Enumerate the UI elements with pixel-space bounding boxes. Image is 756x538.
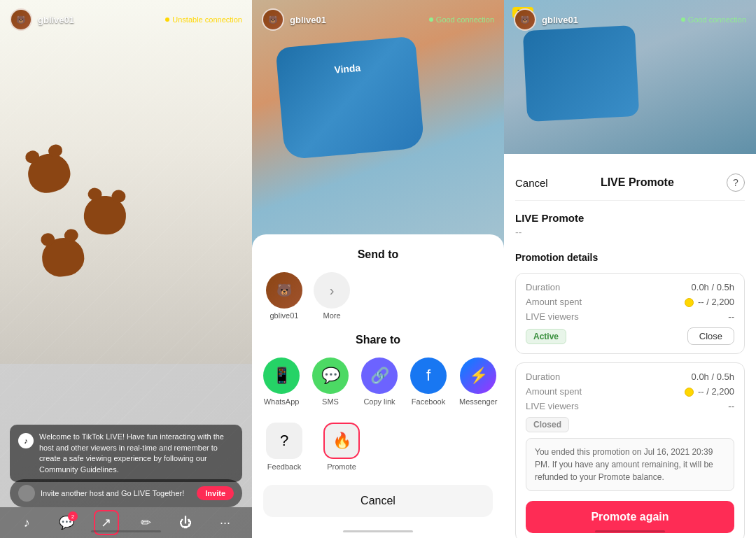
send-contact[interactable]: 🐻 gblive01 <box>266 272 302 320</box>
tiktok-message: ♪ Welcome to TikTok LIVE! Have fun inter… <box>10 425 242 482</box>
amount-label-2: Amount spent <box>526 386 582 397</box>
promote-header: Cancel LIVE Promote ? <box>515 165 745 201</box>
viewers-row: LIVE viewers -- <box>526 311 734 322</box>
connection-dot <box>681 17 685 22</box>
close-button[interactable]: Close <box>687 327 734 345</box>
share-app-messenger[interactable]: ⚡ Messenger <box>459 358 497 406</box>
promote-item[interactable]: 🔥 Promote <box>323 423 360 471</box>
details-title: Promotion details <box>515 252 745 263</box>
whatsapp-icon[interactable]: 📱 <box>263 358 300 394</box>
invite-text: Invite another host and Go LIVE Together… <box>41 489 197 497</box>
promote-content: Cancel LIVE Promote ? LIVE Promote -- Pr… <box>504 154 756 538</box>
viewers-label: LIVE viewers <box>526 311 579 322</box>
feedback-label: Feedback <box>267 462 301 471</box>
duration-value-2: 0.0h / 0.5h <box>692 371 734 382</box>
promote-section-label: LIVE Promote <box>515 212 745 224</box>
amount-value-2: -- / 2,200 <box>685 386 734 397</box>
panel3-top-bar: 🐻 gblive01 Good connection <box>504 0 756 39</box>
viewers-label-2: LIVE viewers <box>526 401 579 411</box>
avatar: 🐻 <box>10 8 32 31</box>
duration-row-2: Duration 0.0h / 0.5h <box>526 371 734 382</box>
connection-dot <box>165 17 169 22</box>
viewers-row-2: LIVE viewers -- <box>526 401 734 411</box>
copylink-label: Copy link <box>363 397 395 406</box>
closed-badge: Closed <box>526 417 569 432</box>
viewers-value-2: -- <box>728 401 734 411</box>
handle-bar <box>343 530 413 532</box>
amount-value: -- / 2,200 <box>685 297 734 307</box>
avatar: 🐻 <box>262 8 284 31</box>
share-panel: Send to 🐻 gblive01 › More Share to 📱 Wha… <box>252 234 504 538</box>
copylink-icon[interactable]: 🔗 <box>361 358 398 394</box>
feedback-icon[interactable]: ? <box>266 423 302 459</box>
handle-bar <box>91 530 161 532</box>
chat-badge: 2 <box>68 511 78 521</box>
live-background: 🐻 gblive01 Good connection <box>252 0 504 266</box>
tiktok-icon[interactable]: ♪ <box>14 510 39 535</box>
extra-row: ? Feedback 🔥 Promote <box>252 423 504 471</box>
share-to-title: Share to <box>252 334 504 346</box>
amount-row-2: Amount spent -- / 2,200 <box>526 386 734 397</box>
promote-title: LIVE Promote <box>601 176 674 189</box>
username-label: gblive01 <box>542 15 578 25</box>
panel1-live: 🐻 gblive01 Unstable connection ♪ Welcome… <box>0 0 252 538</box>
product-bag-3 <box>523 25 640 122</box>
panel3-promote: RN 🐻 gblive01 Good connection Cancel LIV… <box>504 0 756 538</box>
promote-body: LIVE Promote -- Promotion details Durati… <box>515 201 745 538</box>
facebook-icon[interactable]: f <box>410 358 447 394</box>
tiktok-logo: ♪ <box>18 433 34 448</box>
send-to-title: Send to <box>252 248 504 261</box>
duration-row: Duration 0.0h / 0.5h <box>526 282 734 292</box>
promo-card-closed: Duration 0.0h / 0.5h Amount spent -- / 2… <box>515 362 745 538</box>
promote-dash: -- <box>515 227 745 238</box>
more-contact[interactable]: › More <box>314 272 350 320</box>
contact-name: gblive01 <box>270 311 299 320</box>
bottom-toolbar: ♪ 💬 2 ↗ ✏ ⏻ ··· <box>0 507 252 538</box>
cancel-button[interactable]: Cancel <box>263 485 493 517</box>
status-row: Active Close <box>526 327 734 345</box>
send-to-row: 🐻 gblive01 › More <box>252 272 504 320</box>
share-app-facebook[interactable]: f Facebook <box>410 358 447 406</box>
product-bag <box>275 36 424 160</box>
tiktok-message-text: Welcome to TikTok LIVE! Have fun interac… <box>39 432 234 475</box>
contact-avatar: 🐻 <box>266 272 302 309</box>
share-app-copylink[interactable]: 🔗 Copy link <box>361 358 398 406</box>
promo-card-active: Duration 0.0h / 0.5h Amount spent -- / 2… <box>515 273 745 354</box>
share-app-whatsapp[interactable]: 📱 WhatsApp <box>263 358 300 406</box>
promote-icon[interactable]: 🔥 <box>323 423 360 459</box>
invite-bar: Invite another host and Go LIVE Together… <box>10 479 242 507</box>
power-icon[interactable]: ⏻ <box>173 510 198 535</box>
more-button[interactable]: › <box>314 272 350 309</box>
amount-label: Amount spent <box>526 297 582 307</box>
cancel-text[interactable]: Cancel <box>515 177 548 189</box>
invite-button[interactable]: Invite <box>197 486 234 500</box>
coin-icon-2 <box>685 388 694 397</box>
facebook-label: Facebook <box>412 397 445 406</box>
viewers-value: -- <box>728 311 734 322</box>
share-app-sms[interactable]: 💬 SMS <box>312 358 349 406</box>
chat-icon[interactable]: 💬 2 <box>54 510 79 535</box>
amount-row: Amount spent -- / 2,200 <box>526 297 734 307</box>
connection-dot <box>429 17 433 22</box>
messenger-icon[interactable]: ⚡ <box>460 358 496 394</box>
feedback-item[interactable]: ? Feedback <box>266 423 302 471</box>
promote-again-button[interactable]: Promote again <box>526 501 734 533</box>
help-button[interactable]: ? <box>727 174 745 192</box>
connection-status: Unstable connection <box>165 15 242 24</box>
panel2-top-bar: 🐻 gblive01 Good connection <box>252 0 504 39</box>
more-icon[interactable]: ··· <box>213 510 238 535</box>
panel2-share: 🐻 gblive01 Good connection Send to 🐻 gbl… <box>252 0 504 538</box>
username-label: gblive01 <box>290 15 326 25</box>
panel1-top-bar: 🐻 gblive01 Unstable connection <box>0 0 252 39</box>
username-label: gblive01 <box>38 15 74 25</box>
duration-label-2: Duration <box>526 371 560 382</box>
coin-icon <box>685 298 694 307</box>
connection-status: Good connection <box>429 15 494 24</box>
sms-label: SMS <box>322 397 339 406</box>
handle-bar <box>595 530 665 532</box>
whatsapp-label: WhatsApp <box>264 397 300 406</box>
invite-avatar <box>18 485 35 502</box>
live-background-3: RN 🐻 gblive01 Good connection <box>504 0 756 154</box>
promote-label: Promote <box>327 462 356 471</box>
sms-icon[interactable]: 💬 <box>312 358 349 394</box>
